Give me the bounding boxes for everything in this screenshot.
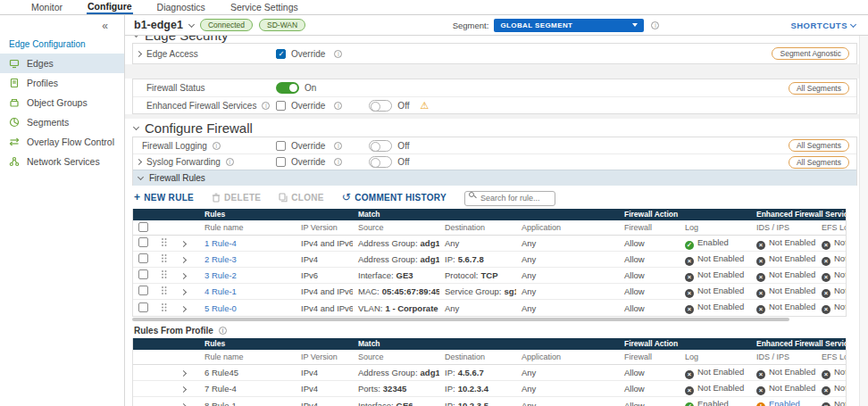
cell-source: Address Group:adg1 (353, 238, 439, 248)
syslog-override-label: Override (291, 157, 325, 167)
shortcuts-menu[interactable]: SHORTCUTS (790, 21, 855, 30)
cell-source: Address Group:adg1 (353, 254, 439, 264)
sidebar-item-profiles[interactable]: Profiles (0, 73, 124, 93)
comment-history-button[interactable]: ↺ COMMENT HISTORY (342, 191, 447, 203)
table-row: 5 Rule-0 IPv4 and IPv6 VLAN:1 - Corporat… (133, 300, 847, 316)
firewall-rules-section-header[interactable]: Firewall Rules (133, 170, 856, 186)
drag-handle-icon[interactable] (162, 254, 163, 256)
info-icon[interactable] (334, 50, 342, 58)
expand-chevron-icon[interactable] (180, 402, 187, 406)
status-icon (756, 305, 765, 314)
edge-name-chevron-icon[interactable] (188, 21, 195, 27)
cell-efs-log: Not Enabled (816, 253, 847, 266)
info-icon[interactable] (226, 158, 234, 166)
cell-efs-log: Not Enabled (816, 269, 847, 282)
expand-chevron-icon[interactable] (180, 386, 187, 393)
horizontal-scrollbar[interactable] (132, 317, 847, 322)
logging-toggle[interactable] (369, 140, 392, 152)
expand-chevron-icon[interactable] (180, 289, 187, 295)
row-checkbox[interactable] (138, 253, 148, 263)
info-icon[interactable] (334, 142, 342, 150)
sidebar-item-network-services[interactable]: Network Services (0, 152, 124, 171)
efs-state: Off (397, 101, 409, 111)
sidebar-item-edges[interactable]: Edges (0, 54, 124, 73)
clone-button[interactable]: CLONE (279, 193, 324, 203)
expand-chevron-icon[interactable] (180, 241, 187, 247)
segment-info-icon[interactable] (651, 21, 659, 29)
expand-chevron-icon[interactable] (136, 159, 142, 165)
info-icon[interactable] (334, 158, 342, 166)
drag-handle-icon[interactable] (162, 286, 163, 288)
expand-chevron-icon[interactable] (180, 305, 187, 311)
select-all-checkbox[interactable] (138, 222, 148, 232)
cell-application: Any (516, 303, 619, 313)
expand-chevron-icon[interactable] (180, 273, 187, 279)
row-checkbox[interactable] (138, 302, 148, 312)
collapse-chevron-icon[interactable] (133, 123, 139, 129)
row-checkbox[interactable] (138, 269, 148, 279)
firewall-status-state: On (305, 83, 316, 93)
rule-name-link[interactable]: 2 Rule-3 (204, 254, 237, 264)
cell-destination: Service Group:sg1 (439, 286, 516, 296)
drag-handle-icon[interactable] (162, 238, 163, 240)
cell-ip-version: IPv4 (296, 401, 353, 406)
all-segments-badge: All Segments (789, 139, 849, 152)
logging-state: Off (397, 141, 409, 151)
cell-application: Any (516, 270, 619, 280)
row-checkbox[interactable] (138, 237, 148, 247)
collapse-chevron-icon[interactable] (133, 36, 139, 37)
rule-name-link[interactable]: 4 Rule-1 (204, 286, 237, 296)
info-icon[interactable] (334, 102, 342, 110)
rule-name-link[interactable]: 3 Rule-2 (204, 270, 237, 280)
cell-ids-ips: Not Enabled (751, 237, 816, 250)
override-checkbox[interactable] (276, 49, 286, 59)
expand-chevron-icon[interactable] (180, 257, 187, 263)
sidebar-item-object-groups[interactable]: Object Groups (0, 93, 124, 112)
info-icon[interactable] (219, 327, 227, 335)
table-group-header: Rules Match Firewall Action Enhanced Fir… (133, 209, 847, 220)
syslog-toggle[interactable] (369, 156, 392, 168)
info-icon[interactable] (262, 102, 270, 110)
sidebar-item-segments[interactable]: Segments (0, 112, 124, 132)
status-icon (756, 402, 765, 406)
efs-override-checkbox[interactable] (276, 101, 286, 111)
top-nav: Monitor Configure Diagnostics Service Se… (0, 0, 868, 15)
table-row: 7 Rule-4 IPv4 Ports:32345 IP:10.2.3.4 An… (133, 381, 847, 397)
sidebar-item-overlay-flow-control[interactable]: Overlay Flow Control (0, 132, 124, 152)
cell-ids-ips: Not Enabled (751, 383, 816, 395)
firewall-status-toggle[interactable] (276, 82, 299, 94)
info-icon[interactable] (213, 142, 221, 150)
logging-override-checkbox[interactable] (276, 141, 286, 151)
rule-name-link[interactable]: 1 Rule-4 (204, 238, 237, 248)
cell-firewall: Allow (619, 401, 680, 406)
tab-service-settings[interactable]: Service Settings (230, 2, 299, 14)
edge-name[interactable]: b1-edge1 (134, 19, 183, 31)
tab-diagnostics[interactable]: Diagnostics (156, 2, 206, 14)
rule-name-link[interactable]: 5 Rule-0 (204, 303, 237, 313)
efs-toggle[interactable] (369, 100, 392, 112)
search-input[interactable] (464, 191, 555, 206)
status-icon (756, 289, 765, 298)
delete-button[interactable]: DELETE (212, 193, 261, 203)
status-icon (822, 273, 830, 282)
tab-monitor[interactable]: Monitor (30, 2, 63, 14)
cell-destination: IP:4.5.6.7 (439, 368, 516, 377)
new-rule-button[interactable]: + NEW RULE (134, 191, 194, 203)
cell-efs-log: Not Enabled (816, 367, 847, 379)
tab-configure[interactable]: Configure (87, 1, 133, 14)
segment-dropdown[interactable]: GLOBAL SEGMENT (494, 19, 644, 32)
sidebar-collapse-icon[interactable]: « (102, 20, 108, 32)
row-checkbox[interactable] (138, 286, 148, 295)
expand-chevron-icon[interactable] (180, 370, 187, 377)
all-segments-badge: All Segments (789, 156, 849, 169)
syslog-override-checkbox[interactable] (276, 157, 286, 167)
scrollbar-gutter[interactable] (859, 36, 868, 406)
drag-handle-icon[interactable] (162, 270, 163, 272)
table-row: 6 Rule45 IPv4 Address Group:adg1 IP:4.5.… (133, 365, 847, 381)
drag-handle-icon[interactable] (162, 303, 163, 305)
edge-access-label: Edge Access (146, 49, 198, 59)
cell-efs-log: Not Enabled (816, 286, 847, 298)
cell-source: Interface:GE3 (353, 270, 439, 280)
rules-from-profile-label: Rules From Profile (134, 324, 857, 336)
expand-chevron-icon[interactable] (136, 50, 142, 56)
